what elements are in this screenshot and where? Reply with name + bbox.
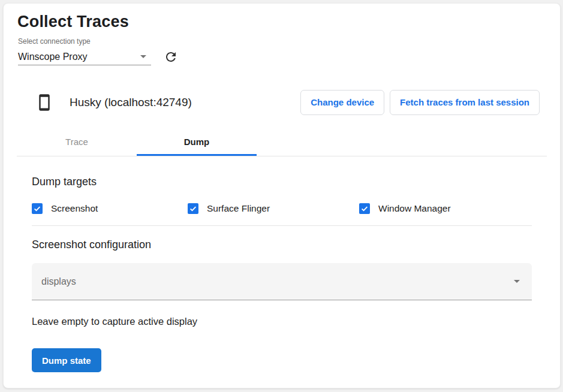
connection-row: Winscope Proxy <box>18 47 547 67</box>
screenshot-config-title: Screenshot configuration <box>32 239 532 251</box>
collect-traces-card: Collect Traces Select connection type Wi… <box>3 3 561 388</box>
dump-tab-content: Dump targets Screenshot Surface Flinger <box>17 176 547 372</box>
change-device-button[interactable]: Change device <box>300 90 384 115</box>
window-manager-checkbox-item[interactable]: Window Manager <box>359 203 451 214</box>
dump-state-button[interactable]: Dump state <box>32 348 101 372</box>
tab-trace[interactable]: Trace <box>17 127 137 156</box>
displays-field-label: displays <box>41 276 76 287</box>
dump-targets-row: Screenshot Surface Flinger Window Manage… <box>32 203 532 225</box>
window-manager-checkbox-label: Window Manager <box>378 203 451 214</box>
dump-targets-title: Dump targets <box>32 176 532 188</box>
displays-select-field[interactable]: displays <box>32 263 532 300</box>
connection-type-select[interactable]: Winscope Proxy <box>18 49 151 65</box>
screenshot-checkbox-item[interactable]: Screenshot <box>32 203 188 214</box>
refresh-icon <box>164 50 178 64</box>
check-icon <box>33 204 41 213</box>
tab-bar: Trace Dump <box>17 127 547 156</box>
connection-type-label: Select connection type <box>18 37 547 46</box>
tab-dump[interactable]: Dump <box>137 127 257 156</box>
arrow-drop-down-icon <box>514 280 520 283</box>
section-divider <box>32 225 532 226</box>
displays-hint-text: Leave empty to capture active display <box>32 316 532 327</box>
arrow-drop-down-icon <box>140 55 146 58</box>
window-manager-checkbox[interactable] <box>359 203 370 214</box>
screenshot-checkbox-label: Screenshot <box>51 203 98 214</box>
connected-device-row: Husky (localhost:42749) Change device Fe… <box>17 88 547 116</box>
screenshot-checkbox[interactable] <box>32 203 43 214</box>
tabs-divider <box>17 156 547 156</box>
check-icon <box>189 204 197 213</box>
device-actions: Change device Fetch traces from last ses… <box>300 90 540 115</box>
device-name: Husky (localhost:42749) <box>70 96 192 109</box>
surface-flinger-checkbox-item[interactable]: Surface Flinger <box>188 203 359 214</box>
tab-dump-label: Dump <box>184 137 210 147</box>
page-title: Collect Traces <box>17 13 547 31</box>
check-icon <box>360 204 369 213</box>
tab-trace-label: Trace <box>65 137 88 147</box>
smartphone-icon <box>35 92 53 113</box>
connection-type-value: Winscope Proxy <box>18 52 88 62</box>
fetch-traces-button[interactable]: Fetch traces from last session <box>390 90 540 115</box>
refresh-connection-button[interactable] <box>161 47 180 67</box>
surface-flinger-checkbox[interactable] <box>188 203 198 214</box>
surface-flinger-checkbox-label: Surface Flinger <box>207 203 270 214</box>
